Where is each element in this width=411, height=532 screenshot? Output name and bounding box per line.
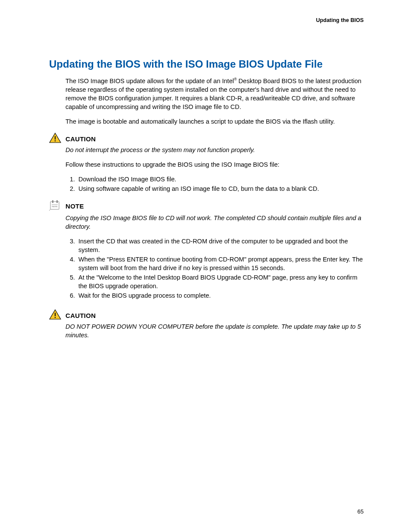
svg-rect-5: [56, 200, 58, 203]
follow-paragraph: Follow these instructions to upgrade the…: [65, 160, 364, 169]
caution-icon: [49, 309, 65, 320]
intro-paragraph-2: The image is bootable and automatically …: [65, 117, 364, 126]
step-2: Using software capable of writing an ISO…: [77, 184, 364, 193]
step-1: Download the ISO Image BIOS file.: [77, 175, 364, 184]
step-6: Wait for the BIOS upgrade process to com…: [77, 291, 364, 300]
caution-2-label: CAUTION: [65, 312, 96, 319]
caution-2-text: DO NOT POWER DOWN YOUR COMPUTER before t…: [65, 322, 364, 339]
svg-text:NOTE: NOTE: [52, 205, 57, 208]
caution-2-header: CAUTION: [49, 309, 364, 320]
steps-list-a: Download the ISO Image BIOS file. Using …: [65, 175, 364, 193]
caution-1-header: CAUTION: [49, 133, 364, 143]
intro-paragraph-1: The ISO Image BIOS update allows for the…: [65, 77, 364, 111]
caution-icon: [49, 133, 65, 143]
caution-1-label: CAUTION: [65, 135, 96, 143]
document-page: Updating the BIOS Updating the BIOS with…: [0, 0, 411, 532]
note-header: NOTE NOTE: [49, 200, 364, 211]
caution-1-text: Do not interrupt the process or the syst…: [65, 146, 364, 154]
step-3: Insert the CD that was created in the CD…: [77, 237, 364, 254]
note-text: Copying the ISO Image BIOS file to CD wi…: [65, 214, 364, 231]
intro-block: The ISO Image BIOS update allows for the…: [65, 77, 364, 126]
note-icon: NOTE: [49, 200, 65, 211]
note-label: NOTE: [65, 202, 84, 210]
svg-point-2: [55, 140, 56, 142]
running-header: Updating the BIOS: [49, 17, 364, 23]
step-4: When the "Press ENTER to continue bootin…: [77, 255, 364, 272]
follow-block: Follow these instructions to upgrade the…: [65, 160, 364, 169]
step-5: At the "Welcome to the Intel Desktop Boa…: [77, 273, 364, 290]
page-number: 65: [358, 508, 364, 515]
svg-rect-4: [52, 200, 53, 203]
steps-list-b: Insert the CD that was created in the CD…: [65, 237, 364, 300]
section-title: Updating the BIOS with the ISO Image BIO…: [49, 58, 364, 71]
svg-point-10: [55, 317, 56, 318]
